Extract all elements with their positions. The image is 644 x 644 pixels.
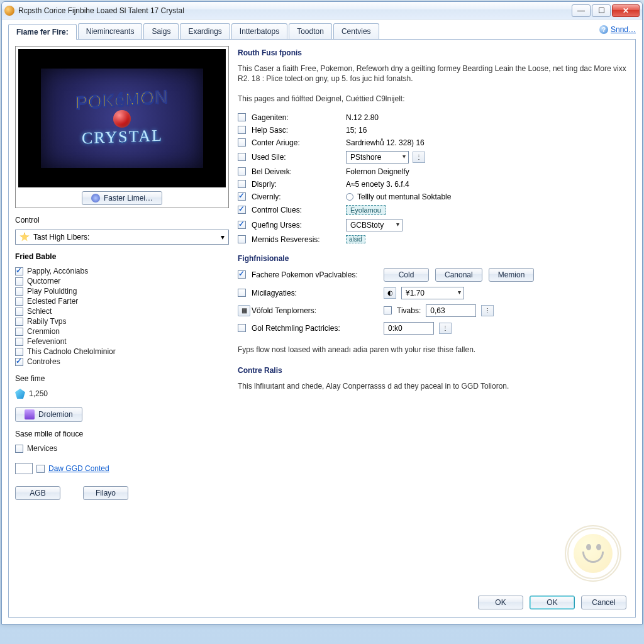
fried-checkbox-4[interactable] [15,308,23,316]
fried-label-6: Crenmion [27,327,60,336]
drolemion-button[interactable]: Drolemion [15,407,82,422]
mervices-checkbox[interactable] [15,445,23,453]
prop-checkbox-5[interactable] [238,180,246,188]
fried-label-5: Rabily Tvps [27,317,66,326]
prop-value-4: Folernon Deignelfy [346,167,629,176]
prop-value-5: A≈5 enoety 3. 6.f.4 [346,180,629,189]
watermark-seal [565,525,621,582]
fachere-btn-canonal[interactable]: Canonal [435,268,482,282]
prop-select-8[interactable]: GCBStoty [346,219,402,231]
prop-label-7: Contrrol Clues: [252,206,346,214]
fried-label-9: Controŀes [27,357,60,366]
daw-link[interactable]: Daw GGD Conted [48,464,109,473]
preview-frame: POKéMON CRYSTAL Faster Limei… [15,46,229,208]
prop-checkbox-1[interactable] [238,126,246,134]
micil-label: Micilagyaties: [252,289,384,297]
prop-tag-9[interactable]: alsid [346,235,365,243]
fried-checkbox-3[interactable] [15,297,23,306]
vofold-input[interactable]: 0,63 [426,304,476,317]
fried-checkbox-8[interactable] [15,348,23,356]
chevron-down-icon: ▾ [221,233,225,242]
daw-checkbox[interactable] [36,465,45,473]
see-time-value: 1,250 [29,389,48,398]
prop-checkbox-2[interactable] [238,138,246,147]
vofold-icon: ▦ [238,305,250,316]
fachere-btn-memion[interactable]: Memion [489,268,535,282]
prop-checkbox-8[interactable] [238,221,246,229]
prop-radio-6[interactable] [346,193,353,201]
prop-label-2: Conter Ariuge: [252,138,346,147]
prop-value-6: Tellly out mentunal Soktable [346,192,629,201]
fried-checkbox-9[interactable] [15,358,23,366]
micil-select[interactable]: ¥1.70 [401,287,464,299]
fried-label-7: Fefeveniont [27,337,67,346]
fried-checkbox-0[interactable] [15,267,23,275]
prop-label-6: Civernly: [252,192,346,201]
prop-value-8: GCBStoty [346,219,629,231]
prop-value-1: 15; 16 [346,126,629,135]
fachere-checkbox[interactable] [238,270,246,279]
contre-desc: This lhfiıuıtant and chede, Alay Conperr… [238,381,629,391]
send-link[interactable]: Snnd… [611,25,636,34]
star-icon [19,232,30,242]
prop-label-8: Quefing Urses: [252,221,346,230]
prop-label-9: Mernids Resveresis: [252,235,346,244]
prop-value-7: Eyolamou [346,205,629,215]
micil-toggle[interactable]: ◐ [384,287,396,299]
fried-label-2: Play Poluldting [27,287,77,296]
routh-desc2: This pages and fiólfted Deignel, Cuéttie… [238,94,629,104]
sase-heading: Sase mblle of fiouce [15,430,229,438]
prop-label-0: Gageniten: [252,113,346,122]
titlebar: Rcpsth Corice Fijnbihe Loaed Sl Talent 1… [2,2,642,19]
ok-button-1[interactable]: OK [478,596,523,609]
faster-limei-button[interactable]: Faster Limei… [82,191,162,205]
fried-label-3: Eclested Farter [27,297,78,306]
cancel-button[interactable]: Cancel [581,596,626,609]
prop-select-3[interactable]: PStshore [346,151,409,164]
figh-heading: Fighfnisionale [238,254,629,263]
fried-label-4: Schiect [27,307,52,316]
gol-label: Gol Retchmling Pactricies: [252,324,384,333]
sparkle-icon [91,194,100,203]
cube-icon [25,409,35,419]
prop-checkbox-9[interactable] [238,235,246,243]
fachere-label: Fachere Pokemon vPaclvables: [252,270,384,279]
prop-checkbox-7[interactable] [238,206,246,214]
fried-checkbox-7[interactable] [15,338,23,346]
routh-heading: Routh Fusı fponis [238,48,629,57]
pokeball-icon [113,110,131,128]
color-swatch[interactable] [15,463,33,474]
tab-page: POKéMON CRYSTAL Faster Limei… [8,39,636,618]
gol-input[interactable]: 0:k0 [384,322,434,335]
fried-checkbox-2[interactable] [15,287,23,296]
micil-checkbox[interactable] [238,289,246,297]
prop-checkbox-4[interactable] [238,167,246,175]
prop-more-3[interactable]: ⋮ [413,152,425,163]
fried-checkbox-5[interactable] [15,318,23,326]
prop-checkbox-3[interactable] [238,153,246,161]
prop-tag-7[interactable]: Eyolamou [346,205,386,215]
prop-checkbox-0[interactable] [238,113,246,121]
fried-label-0: Papply, Accóniabs [27,267,88,275]
filayo-button[interactable]: Filayo [83,486,128,500]
maximize-button[interactable]: ☐ [592,4,611,17]
gol-stepper[interactable]: ⋮ [439,323,452,334]
fried-checkbox-6[interactable] [15,328,23,336]
minimize-button[interactable]: — [572,4,591,17]
control-select[interactable]: Tast High Libers: ▾ [15,230,229,245]
close-button[interactable]: ✕ [612,4,640,17]
fried-checkbox-1[interactable] [15,277,23,286]
ok-button-2[interactable]: OK [530,596,575,609]
prop-value-0: N.12 2.80 [346,113,629,122]
prop-checkbox-6[interactable] [238,192,246,201]
help-icon[interactable]: ? [599,25,608,34]
vofold-stepper[interactable]: ⋮ [481,305,494,316]
prop-label-4: Bel Deiveık: [252,167,346,176]
fachere-btn-cold[interactable]: Cold [384,268,429,282]
agb-button[interactable]: AGB [15,486,60,500]
pokemon-logo: POKéMON [75,87,168,113]
prop-label-3: Used Sile: [252,153,346,162]
tivabs-checkbox[interactable] [384,306,392,314]
app-icon [4,6,14,16]
gol-checkbox[interactable] [238,324,246,332]
